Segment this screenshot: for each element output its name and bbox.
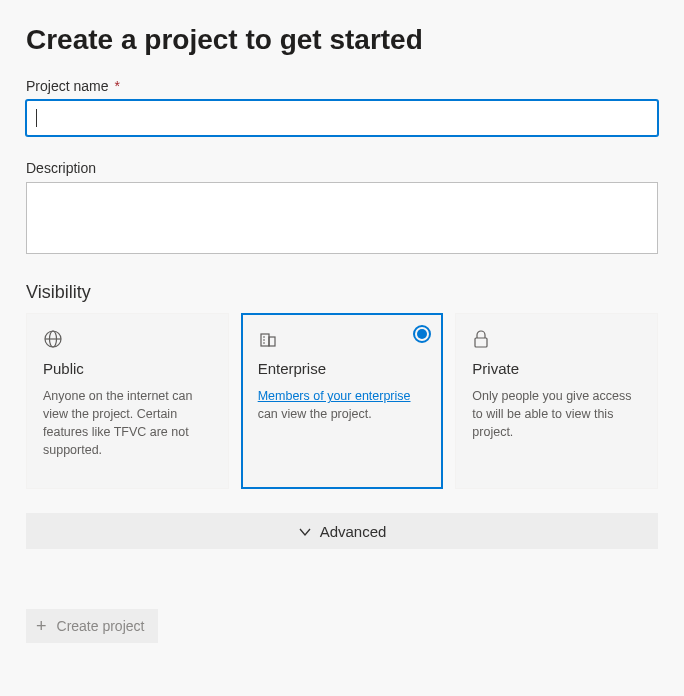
visibility-section: Visibility Public Anyone on the internet… — [26, 282, 658, 489]
description-field-group: Description — [26, 160, 658, 258]
plus-icon: + — [36, 617, 47, 635]
visibility-card-public-title: Public — [43, 360, 212, 377]
advanced-label: Advanced — [320, 523, 387, 540]
building-icon — [258, 328, 427, 350]
description-input[interactable] — [26, 182, 658, 254]
project-name-label: Project name * — [26, 78, 658, 94]
radio-selected-icon — [413, 325, 431, 343]
svg-rect-8 — [475, 338, 487, 347]
visibility-card-private[interactable]: Private Only people you give access to w… — [455, 313, 658, 489]
page-title: Create a project to get started — [26, 24, 658, 56]
chevron-down-icon — [298, 525, 310, 537]
visibility-card-private-title: Private — [472, 360, 641, 377]
visibility-card-public-desc: Anyone on the internet can view the proj… — [43, 387, 212, 460]
project-name-input[interactable] — [26, 100, 658, 136]
create-project-button-label: Create project — [57, 618, 145, 634]
visibility-card-enterprise-desc: Members of your enterprise can view the … — [258, 387, 427, 423]
project-name-label-text: Project name — [26, 78, 108, 94]
visibility-card-enterprise-title: Enterprise — [258, 360, 427, 377]
globe-icon — [43, 328, 212, 350]
text-cursor — [36, 109, 37, 127]
visibility-options-row: Public Anyone on the internet can view t… — [26, 313, 658, 489]
create-project-button[interactable]: + Create project — [26, 609, 158, 643]
enterprise-desc-suffix: can view the project. — [258, 407, 372, 421]
visibility-label: Visibility — [26, 282, 658, 303]
enterprise-members-link[interactable]: Members of your enterprise — [258, 389, 411, 403]
lock-icon — [472, 328, 641, 350]
visibility-card-enterprise[interactable]: Enterprise Members of your enterprise ca… — [241, 313, 444, 489]
visibility-card-public[interactable]: Public Anyone on the internet can view t… — [26, 313, 229, 489]
project-name-input-wrapper — [26, 100, 658, 136]
visibility-card-private-desc: Only people you give access to will be a… — [472, 387, 641, 441]
advanced-toggle[interactable]: Advanced — [26, 513, 658, 549]
svg-rect-4 — [269, 337, 275, 346]
description-label: Description — [26, 160, 658, 176]
required-asterisk: * — [114, 78, 119, 94]
project-name-field-group: Project name * — [26, 78, 658, 136]
